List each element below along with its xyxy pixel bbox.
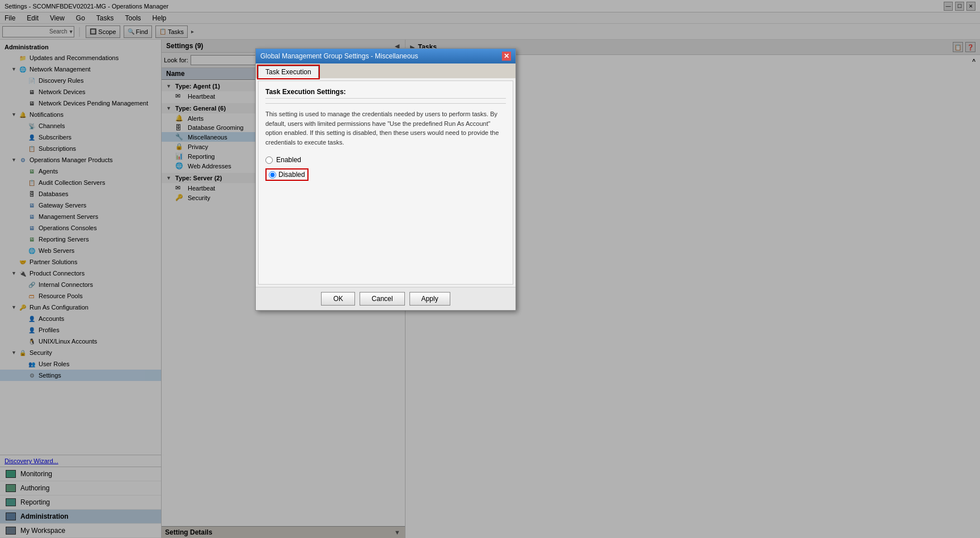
tab-task-execution[interactable]: Task Execution — [258, 66, 319, 78]
modal-dialog: Global Management Group Settings - Misce… — [255, 48, 516, 311]
modal-section-title: Task Execution Settings: — [265, 88, 506, 99]
modal-overlay: Global Management Group Settings - Misce… — [0, 0, 980, 538]
modal-body: Task Execution Settings: This setting is… — [258, 81, 513, 285]
radio-disabled-option[interactable]: Disabled — [265, 168, 506, 181]
radio-enabled[interactable] — [265, 156, 273, 164]
disabled-label: Disabled — [278, 171, 305, 179]
modal-description: This setting is used to manage the crede… — [265, 109, 506, 147]
modal-title: Global Management Group Settings - Misce… — [260, 52, 418, 60]
modal-titlebar: Global Management Group Settings - Misce… — [256, 49, 516, 63]
apply-button[interactable]: Apply — [409, 292, 450, 306]
radio-enabled-option[interactable]: Enabled — [265, 156, 506, 164]
modal-close-button[interactable]: ✕ — [502, 52, 511, 61]
cancel-button[interactable]: Cancel — [360, 292, 404, 306]
enabled-label: Enabled — [276, 156, 301, 164]
radio-disabled[interactable] — [269, 171, 276, 179]
modal-tabs: Task Execution — [256, 63, 516, 78]
modal-footer: OK Cancel Apply — [256, 287, 516, 310]
ok-button[interactable]: OK — [321, 292, 355, 306]
disabled-radio-box[interactable]: Disabled — [265, 168, 309, 181]
